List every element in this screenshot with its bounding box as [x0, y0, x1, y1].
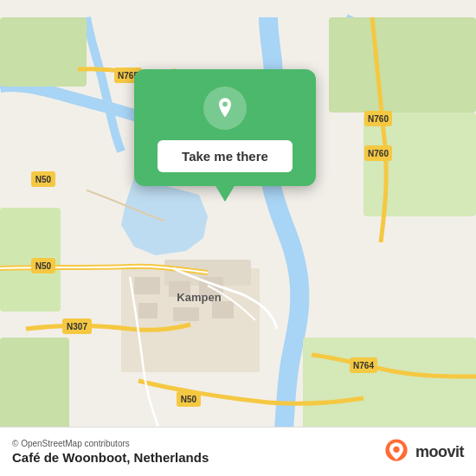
take-me-there-button[interactable]: Take me there: [158, 140, 293, 172]
osm-attribution: © OpenStreetMap contributors: [12, 439, 209, 448]
svg-rect-4: [363, 113, 476, 216]
moovit-icon: [381, 436, 412, 467]
map-container: N765 N355 N760 N760 N50 N50 N307 N50 N76…: [0, 0, 476, 476]
pin-icon: [203, 87, 247, 130]
moovit-text: moovit: [415, 443, 464, 461]
svg-text:N764: N764: [353, 361, 374, 370]
bottom-left-info: © OpenStreetMap contributors Café de Woo…: [12, 439, 209, 465]
popup-card: Take me there: [134, 69, 316, 186]
svg-text:N760: N760: [368, 149, 389, 158]
svg-rect-15: [212, 301, 234, 318]
svg-rect-14: [173, 307, 199, 321]
svg-text:Kampen: Kampen: [177, 291, 221, 304]
svg-rect-3: [329, 17, 476, 113]
svg-text:N307: N307: [67, 322, 87, 331]
place-name: Café de Woonboot, Netherlands: [12, 450, 209, 465]
svg-rect-2: [0, 17, 87, 87]
svg-point-37: [393, 447, 399, 453]
svg-text:N50: N50: [181, 395, 197, 404]
svg-text:N50: N50: [35, 261, 52, 271]
svg-rect-13: [138, 303, 158, 318]
svg-text:N50: N50: [35, 175, 52, 184]
bottom-bar: © OpenStreetMap contributors Café de Woo…: [0, 427, 476, 476]
svg-rect-10: [134, 277, 160, 294]
svg-text:N760: N760: [368, 114, 389, 124]
moovit-logo: moovit: [381, 436, 464, 467]
